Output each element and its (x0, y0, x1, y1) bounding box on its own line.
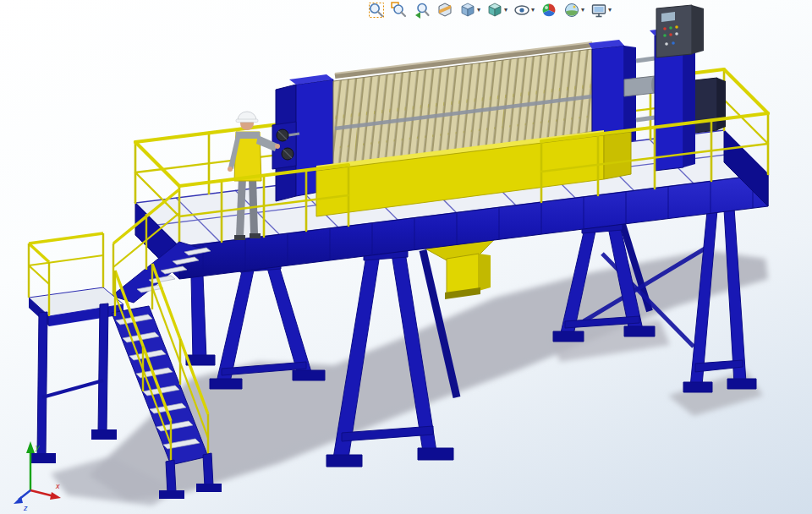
scene-3d[interactable]: y x z (0, 0, 812, 514)
chevron-down-icon: ▾ (608, 2, 612, 19)
zoom-to-area-button[interactable] (390, 1, 409, 19)
edit-appearance-icon (540, 2, 557, 19)
panel-display (661, 12, 675, 22)
zoom-to-fit-button[interactable] (367, 1, 386, 19)
section-view-icon (436, 2, 453, 19)
previous-view-icon (414, 2, 431, 19)
previous-view-button[interactable] (413, 1, 431, 19)
view-settings-icon (590, 2, 607, 19)
apply-scene-button[interactable]: ▾ (562, 1, 585, 19)
zoom-to-fit-icon (368, 2, 385, 19)
control-panel[interactable] (656, 5, 704, 57)
apply-scene-icon (563, 2, 580, 19)
edit-appearance-button[interactable] (540, 1, 558, 19)
display-style-button[interactable]: ▾ (486, 1, 508, 19)
view-toolbar: ▾ ▾ ▾ ▾ (367, 1, 612, 19)
view-orientation-icon (459, 2, 476, 19)
view-orientation-button[interactable]: ▾ (458, 1, 481, 19)
chevron-down-icon: ▾ (581, 2, 584, 19)
zoom-to-area-icon (391, 2, 408, 19)
x-axis-arrow (50, 492, 61, 500)
display-style-icon (486, 2, 503, 19)
chevron-down-icon: ▾ (477, 2, 480, 19)
chevron-down-icon: ▾ (531, 2, 535, 19)
y-axis-label: y (35, 443, 40, 451)
chevron-down-icon: ▾ (504, 2, 508, 19)
z-axis-label: z (23, 504, 28, 512)
hide-show-items-button[interactable]: ▾ (513, 1, 535, 19)
cad-viewport[interactable]: y x z (0, 0, 812, 514)
view-settings-button[interactable]: ▾ (590, 1, 612, 19)
hide-show-items-icon (513, 2, 530, 19)
hard-hat (238, 112, 256, 120)
x-axis-label: x (55, 482, 60, 490)
discharge-chute[interactable] (445, 254, 491, 299)
section-view-button[interactable] (436, 1, 454, 19)
y-axis-arrow (26, 441, 35, 453)
